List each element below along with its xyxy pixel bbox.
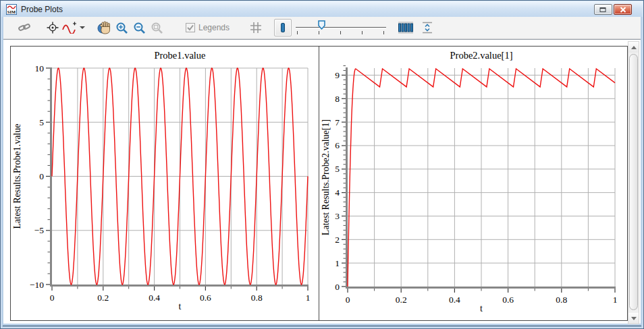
svg-text:10: 10: [35, 63, 45, 73]
svg-text:t: t: [179, 301, 182, 311]
svg-text:1: 1: [613, 295, 618, 305]
probe2-plot-canvas[interactable]: 012345678900.20.40.60.81Probe2.value[1]t…: [319, 47, 627, 320]
svg-text:0: 0: [50, 293, 55, 303]
svg-text:0.6: 0.6: [200, 293, 211, 303]
zoom-out-button[interactable]: [130, 19, 148, 36]
slider-handle[interactable]: [318, 20, 325, 30]
link-plots-button[interactable]: [16, 19, 33, 36]
svg-text:0: 0: [335, 282, 340, 292]
plot-panel-probe1[interactable]: 1050−5−1000.20.40.60.81Probe1.valuetLate…: [10, 46, 319, 321]
grid-toggle-icon: [250, 22, 262, 34]
svg-text:0.8: 0.8: [251, 293, 263, 303]
svg-text:1: 1: [335, 258, 340, 268]
svg-text:−10: −10: [30, 280, 44, 290]
plot-toolbar: Legends: [3, 17, 641, 39]
svg-text:0.8: 0.8: [556, 295, 567, 305]
pan-hand-icon: [97, 21, 111, 34]
window-title: Probe Plots: [21, 5, 63, 14]
svg-text:4: 4: [335, 187, 340, 198]
grid-toggle-button[interactable]: [247, 19, 265, 36]
expand-collapse-icon: [421, 21, 433, 34]
cursor-bar-toggle-button[interactable]: [274, 19, 292, 36]
check-icon: [186, 24, 194, 32]
scroll-down-button[interactable]: [628, 313, 639, 324]
zoom-fit-button[interactable]: [148, 19, 165, 36]
plots-area: 1050−5−1000.20.40.60.81Probe1.valuetLate…: [3, 39, 641, 324]
svg-text:0: 0: [39, 171, 44, 181]
svg-text:Probe1.value: Probe1.value: [154, 50, 205, 61]
scrollbar-thumb[interactable]: [629, 54, 638, 310]
link-icon: [18, 22, 30, 33]
zoom-fit-icon: [151, 22, 163, 34]
legends-checkbox-group[interactable]: Legends: [186, 23, 230, 32]
svg-text:−5: −5: [34, 225, 45, 235]
data-bars-button[interactable]: [397, 19, 414, 36]
svg-text:9: 9: [335, 70, 340, 80]
svg-text:8: 8: [335, 94, 340, 104]
scroll-down-icon: [631, 317, 637, 320]
maximize-icon: [599, 7, 607, 13]
svg-text:3: 3: [335, 211, 340, 221]
svg-text:0.2: 0.2: [396, 295, 407, 305]
expand-collapse-button[interactable]: [419, 19, 436, 36]
svg-text:5: 5: [335, 164, 340, 174]
scroll-up-icon: [631, 46, 637, 49]
legends-checkbox[interactable]: [186, 23, 195, 32]
plot-panel-probe2[interactable]: 012345678900.20.40.60.81Probe2.value[1]t…: [319, 46, 628, 321]
curve-style-dropdown-button[interactable]: [61, 19, 86, 36]
probe-icon: [46, 22, 59, 34]
svg-text:7: 7: [335, 117, 340, 127]
svg-text:Latest Results.Probe2.value[1]: Latest Results.Probe2.value[1]: [321, 119, 331, 235]
svg-text:5: 5: [39, 117, 44, 127]
maplesim-app-icon: SIM: [6, 4, 17, 15]
time-slider[interactable]: [296, 19, 386, 36]
title-bar[interactable]: SIM Probe Plots: [1, 1, 643, 17]
svg-text:0.4: 0.4: [149, 293, 160, 303]
sine-curve-add-icon: [62, 22, 77, 34]
svg-text:1: 1: [306, 293, 311, 303]
svg-text:2: 2: [335, 235, 340, 245]
legends-label: Legends: [198, 23, 230, 32]
bars-icon: [398, 21, 414, 34]
zoom-out-icon: [133, 22, 146, 34]
probe-plots-window: SIM Probe Plots: [0, 0, 644, 329]
zoom-in-button[interactable]: [113, 19, 130, 36]
slider-track[interactable]: [296, 27, 386, 28]
close-icon: [620, 7, 626, 13]
close-button[interactable]: [614, 4, 632, 15]
probe-button[interactable]: [44, 19, 61, 36]
zoom-in-icon: [115, 22, 128, 34]
svg-text:Probe2.value[1]: Probe2.value[1]: [450, 50, 512, 61]
svg-text:0.2: 0.2: [97, 293, 109, 303]
svg-text:Latest Results.Probe1.value: Latest Results.Probe1.value: [12, 124, 22, 229]
vertical-scrollbar[interactable]: [628, 41, 639, 324]
svg-text:0.6: 0.6: [502, 295, 514, 305]
svg-text:SIM: SIM: [7, 9, 16, 13]
svg-text:t: t: [480, 303, 483, 313]
probe1-plot-canvas[interactable]: 1050−5−1000.20.40.60.81Probe1.valuetLate…: [11, 47, 319, 320]
dropdown-caret-icon: [80, 26, 85, 29]
scroll-up-button[interactable]: [628, 42, 639, 53]
svg-text:6: 6: [335, 140, 340, 150]
svg-text:0: 0: [346, 295, 350, 305]
pan-button[interactable]: [95, 19, 113, 36]
svg-text:0.4: 0.4: [449, 295, 460, 305]
cursor-bar-toggle-icon: [279, 22, 287, 33]
maximize-button[interactable]: [594, 4, 612, 15]
